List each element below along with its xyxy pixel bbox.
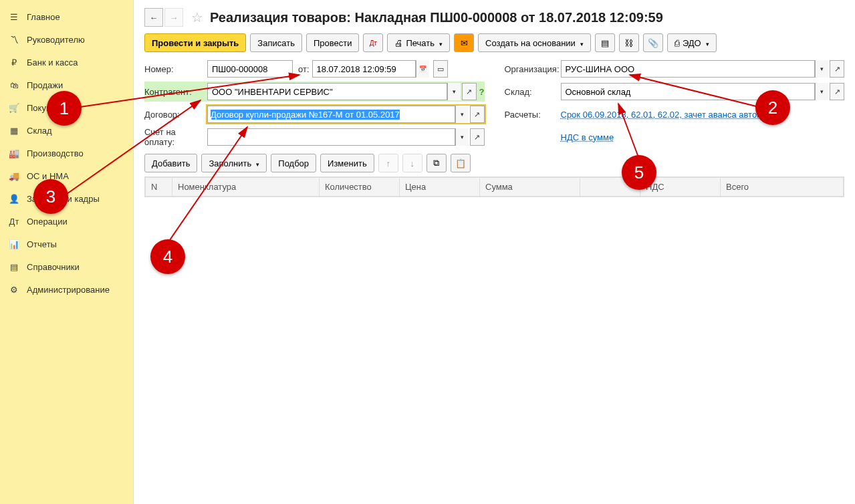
from-label: от: bbox=[298, 64, 310, 74]
cart-icon: 🛒 bbox=[8, 102, 20, 114]
page-title: Реализация товаров: Накладная ПШ00-00000… bbox=[210, 10, 663, 25]
email-button[interactable]: ✉ bbox=[454, 33, 474, 52]
contract-input[interactable]: Договор купли-продажи №167-М от 01.05.20… bbox=[207, 106, 455, 123]
edo-label: ЭДО bbox=[683, 38, 701, 48]
sidebar-item-label: Руководителю bbox=[27, 35, 85, 45]
move-up-button[interactable]: ↑ bbox=[378, 154, 398, 172]
post-close-button[interactable]: Провести и закрыть bbox=[144, 33, 246, 52]
boxes-icon: ▦ bbox=[8, 124, 20, 136]
edo-button[interactable]: ⎙ ЭДО bbox=[667, 33, 717, 52]
back-button[interactable]: ← bbox=[144, 8, 163, 27]
invoice-input[interactable] bbox=[207, 128, 455, 146]
ruble-icon: ₽ bbox=[8, 56, 20, 68]
person-icon: 👤 bbox=[8, 193, 20, 205]
save-button[interactable]: Записать bbox=[250, 33, 302, 52]
col-n[interactable]: N bbox=[146, 178, 172, 197]
sidebar-item-production[interactable]: 🏭 Производство bbox=[0, 142, 133, 164]
counterparty-dropdown-icon[interactable]: ▾ bbox=[447, 83, 461, 100]
ops-icon: Дт bbox=[8, 215, 20, 227]
sidebar-item-admin[interactable]: ⚙ Администрирование bbox=[0, 278, 133, 301]
forward-button[interactable]: → bbox=[164, 8, 183, 27]
callout-1: 1 bbox=[47, 91, 82, 126]
org-open-icon[interactable]: ↗ bbox=[830, 60, 844, 78]
invoice-open-icon[interactable]: ↗ bbox=[470, 128, 485, 146]
post-button[interactable]: Провести bbox=[306, 33, 360, 52]
create-based-label: Создать на основании bbox=[485, 38, 576, 48]
sidebar-item-label: Отчеты bbox=[27, 239, 57, 249]
menu-icon: ☰ bbox=[8, 11, 20, 23]
contract-value: Договор купли-продажи №167-М от 01.05.20… bbox=[211, 110, 400, 120]
sidebar-item-label: Склад bbox=[27, 126, 52, 136]
book-icon: ▤ bbox=[8, 261, 20, 273]
calc-link[interactable]: Срок 06.09.2018, 62.01, 62.02, зачет ава… bbox=[561, 110, 771, 120]
select-button[interactable]: Подбор bbox=[271, 154, 316, 172]
org-label: Организация: bbox=[505, 64, 561, 74]
sidebar-item-label: Операции bbox=[27, 217, 68, 227]
chart-icon: 📊 bbox=[8, 238, 20, 250]
print-label: Печать bbox=[406, 38, 435, 48]
items-table: N Номенклатура Количество Цена Сумма НДС… bbox=[144, 176, 844, 197]
invoice-label: Счет на оплату: bbox=[144, 127, 207, 147]
change-button[interactable]: Изменить bbox=[320, 154, 374, 172]
add-button[interactable]: Добавить bbox=[144, 154, 197, 172]
sidebar-item-label: Продажи bbox=[27, 80, 63, 90]
list-button[interactable]: ▤ bbox=[595, 33, 615, 52]
counterparty-input[interactable] bbox=[207, 83, 447, 100]
col-total[interactable]: Всего bbox=[721, 178, 844, 197]
col-price[interactable]: Цена bbox=[400, 178, 480, 197]
number-label: Номер: bbox=[144, 64, 207, 74]
col-nomenclature[interactable]: Номенклатура bbox=[172, 178, 320, 197]
sidebar-item-main[interactable]: ☰ Главное bbox=[0, 5, 133, 28]
callout-3: 3 bbox=[33, 179, 68, 214]
bag-icon: 🛍 bbox=[8, 79, 20, 91]
sidebar-item-label: Главное bbox=[27, 12, 60, 22]
sidebar-item-label: Администрирование bbox=[27, 285, 110, 295]
trend-icon: 〽 bbox=[8, 33, 20, 45]
contract-dropdown-icon[interactable]: ▾ bbox=[455, 106, 469, 123]
sidebar-item-refs[interactable]: ▤ Справочники bbox=[0, 255, 133, 278]
sidebar-item-assets[interactable]: 🚚 ОС и НМА bbox=[0, 164, 133, 187]
number-input[interactable] bbox=[207, 60, 293, 78]
org-input[interactable] bbox=[561, 60, 816, 78]
warehouse-label: Склад: bbox=[505, 87, 561, 97]
fill-label: Заполнить bbox=[209, 158, 251, 168]
create-based-button[interactable]: Создать на основании bbox=[478, 33, 591, 52]
col-qty[interactable]: Количество bbox=[320, 178, 400, 197]
gear-icon: ⚙ bbox=[8, 283, 20, 295]
move-down-button[interactable]: ↓ bbox=[402, 154, 422, 172]
calendar-icon[interactable]: 📅 bbox=[416, 60, 429, 78]
star-icon[interactable]: ☆ bbox=[191, 9, 203, 25]
org-dropdown-icon[interactable]: ▾ bbox=[815, 60, 828, 78]
sidebar-item-operations[interactable]: Дт Операции bbox=[0, 210, 133, 233]
warehouse-open-icon[interactable]: ↗ bbox=[830, 83, 844, 100]
items-toolbar: Добавить Заполнить Подбор Изменить ↑ ↓ ⧉… bbox=[144, 154, 844, 172]
contract-label: Договор: bbox=[144, 110, 207, 120]
paste-button[interactable]: 📋 bbox=[451, 154, 471, 172]
vat-link[interactable]: НДС в сумме bbox=[561, 132, 614, 142]
sidebar-item-label: Производство bbox=[27, 148, 84, 158]
help-icon[interactable]: ? bbox=[479, 87, 485, 97]
callout-2: 2 bbox=[755, 90, 790, 125]
contract-open-icon[interactable]: ↗ bbox=[470, 106, 485, 123]
sidebar-item-manager[interactable]: 〽 Руководителю bbox=[0, 28, 133, 51]
date-input[interactable] bbox=[312, 60, 416, 78]
copy-button[interactable]: ⧉ bbox=[426, 154, 447, 172]
callout-5: 5 bbox=[622, 155, 656, 190]
print-button[interactable]: 🖨 Печать bbox=[387, 33, 450, 52]
warehouse-dropdown-icon[interactable]: ▾ bbox=[815, 83, 828, 100]
calc-label: Расчеты: bbox=[505, 110, 561, 120]
fill-button[interactable]: Заполнить bbox=[201, 154, 267, 172]
invoice-dropdown-icon[interactable]: ▾ bbox=[455, 128, 469, 146]
structure-button[interactable]: ⛓ bbox=[619, 33, 639, 52]
document-toolbar: Провести и закрыть Записать Провести Дт … bbox=[144, 33, 844, 52]
truck-icon: 🚚 bbox=[8, 170, 20, 182]
attach-button[interactable]: 📎 bbox=[643, 33, 663, 52]
doc-type-icon[interactable]: ▭ bbox=[433, 60, 448, 78]
col-sum[interactable]: Сумма bbox=[480, 178, 580, 197]
factory-icon: 🏭 bbox=[8, 147, 20, 159]
counterparty-label: Контрагент: bbox=[144, 87, 207, 97]
sidebar-item-bank[interactable]: ₽ Банк и касса bbox=[0, 51, 133, 74]
counterparty-open-icon[interactable]: ↗ bbox=[462, 83, 477, 100]
sidebar-item-reports[interactable]: 📊 Отчеты bbox=[0, 233, 133, 255]
dtkt-button[interactable]: Дт bbox=[363, 33, 383, 52]
